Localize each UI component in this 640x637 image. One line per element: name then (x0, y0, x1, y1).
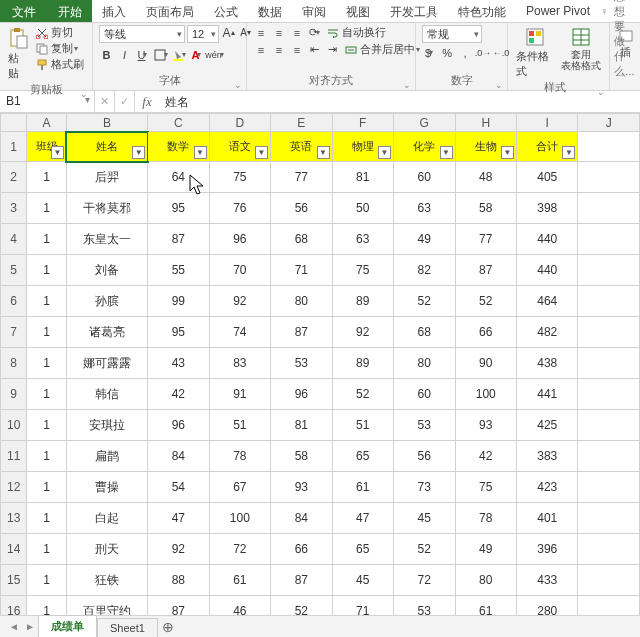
tab-pivot[interactable]: Power Pivot (516, 0, 600, 22)
col-header-E[interactable]: E (271, 114, 332, 132)
tab-dev[interactable]: 开发工具 (380, 0, 448, 22)
col-header-C[interactable]: C (148, 114, 209, 132)
cell[interactable]: 53 (394, 596, 455, 616)
cell[interactable]: 58 (271, 441, 332, 472)
sheet-nav-next[interactable]: ► (22, 621, 38, 632)
cell[interactable]: 92 (209, 286, 270, 317)
row-header-16[interactable]: 16 (1, 596, 27, 616)
filter-button[interactable]: ▼ (255, 146, 268, 159)
cell[interactable]: 68 (394, 317, 455, 348)
cell[interactable]: 52 (394, 286, 455, 317)
cell[interactable]: 84 (271, 503, 332, 534)
cell[interactable]: 1 (27, 317, 67, 348)
tab-home[interactable]: 开始 (48, 0, 92, 22)
percent-button[interactable]: % (440, 45, 455, 60)
col-header-B[interactable]: B (66, 114, 147, 132)
row-header-15[interactable]: 15 (1, 565, 27, 596)
cell[interactable]: 53 (271, 348, 332, 379)
cell[interactable]: 464 (517, 286, 578, 317)
cell[interactable]: 74 (209, 317, 270, 348)
fx-icon[interactable]: fx (135, 91, 159, 112)
cell[interactable]: 52 (332, 379, 393, 410)
select-all-corner[interactable] (1, 114, 27, 132)
paste-button[interactable]: 粘贴 (6, 25, 30, 81)
cell[interactable]: 60 (394, 379, 455, 410)
header-cell[interactable]: 班级▼ (27, 132, 67, 162)
cell[interactable]: 99 (148, 286, 209, 317)
format-painter-button[interactable]: 格式刷 (34, 57, 86, 72)
cell[interactable]: 75 (455, 472, 516, 503)
cell[interactable]: 1 (27, 255, 67, 286)
row-header-9[interactable]: 9 (1, 379, 27, 410)
filter-button[interactable]: ▼ (132, 146, 145, 159)
cell[interactable]: 56 (271, 193, 332, 224)
cell[interactable]: 1 (27, 596, 67, 616)
tab-special[interactable]: 特色功能 (448, 0, 516, 22)
header-cell[interactable]: 数学▼ (148, 132, 209, 162)
cell[interactable]: 75 (209, 162, 270, 193)
cell[interactable]: 66 (455, 317, 516, 348)
cell[interactable]: 52 (271, 596, 332, 616)
cell[interactable]: 孙膑 (66, 286, 147, 317)
font-name-select[interactable]: 等线 (99, 25, 185, 43)
cell[interactable]: 87 (148, 224, 209, 255)
filter-button[interactable]: ▼ (562, 146, 575, 159)
cell[interactable] (578, 132, 640, 162)
tab-file[interactable]: 文件 (0, 0, 48, 22)
cell[interactable] (578, 472, 640, 503)
cell[interactable]: 53 (394, 410, 455, 441)
col-header-D[interactable]: D (209, 114, 270, 132)
cell[interactable]: 78 (455, 503, 516, 534)
cell[interactable]: 扁鹊 (66, 441, 147, 472)
cell[interactable]: 87 (271, 317, 332, 348)
cell[interactable] (578, 193, 640, 224)
col-header-F[interactable]: F (332, 114, 393, 132)
align-middle-button[interactable]: ≡ (271, 25, 286, 40)
cell[interactable]: 95 (148, 193, 209, 224)
italic-button[interactable]: I (117, 47, 132, 62)
underline-button[interactable]: U▾ (135, 47, 150, 62)
row-header-11[interactable]: 11 (1, 441, 27, 472)
cell[interactable] (578, 441, 640, 472)
tab-formulas[interactable]: 公式 (204, 0, 248, 22)
cell[interactable]: 曹操 (66, 472, 147, 503)
cell[interactable] (578, 162, 640, 193)
cell[interactable]: 405 (517, 162, 578, 193)
align-right-button[interactable]: ≡ (289, 42, 304, 57)
cut-button[interactable]: 剪切 (34, 25, 86, 40)
cell[interactable]: 1 (27, 534, 67, 565)
row-header-1[interactable]: 1 (1, 132, 27, 162)
row-header-6[interactable]: 6 (1, 286, 27, 317)
cell[interactable]: 60 (394, 162, 455, 193)
cell[interactable]: 1 (27, 565, 67, 596)
cell[interactable]: 韩信 (66, 379, 147, 410)
enter-button[interactable]: ✓ (115, 91, 135, 112)
cell[interactable]: 89 (332, 348, 393, 379)
cell[interactable]: 482 (517, 317, 578, 348)
cell[interactable]: 55 (148, 255, 209, 286)
tab-insert[interactable]: 插入 (92, 0, 136, 22)
col-header-I[interactable]: I (517, 114, 578, 132)
col-header-J[interactable]: J (578, 114, 640, 132)
cond-format-button[interactable]: 条件格式 (514, 25, 554, 79)
cell[interactable]: 1 (27, 410, 67, 441)
name-box[interactable]: B1 (0, 91, 95, 112)
cell[interactable]: 1 (27, 472, 67, 503)
cell[interactable]: 64 (148, 162, 209, 193)
filter-button[interactable]: ▼ (378, 146, 391, 159)
cell[interactable]: 诸葛亮 (66, 317, 147, 348)
cell[interactable]: 70 (209, 255, 270, 286)
align-left-button[interactable]: ≡ (253, 42, 268, 57)
filter-button[interactable]: ▼ (317, 146, 330, 159)
cell[interactable]: 狂铁 (66, 565, 147, 596)
cell[interactable]: 72 (394, 565, 455, 596)
font-color-button[interactable]: A▾ (189, 47, 204, 62)
cell[interactable]: 68 (271, 224, 332, 255)
cell[interactable]: 51 (332, 410, 393, 441)
header-cell[interactable]: 语文▼ (209, 132, 270, 162)
header-cell[interactable]: 物理▼ (332, 132, 393, 162)
cell[interactable]: 刑天 (66, 534, 147, 565)
fill-color-button[interactable]: ▾ (171, 47, 186, 62)
cell[interactable]: 54 (148, 472, 209, 503)
cell[interactable] (578, 503, 640, 534)
